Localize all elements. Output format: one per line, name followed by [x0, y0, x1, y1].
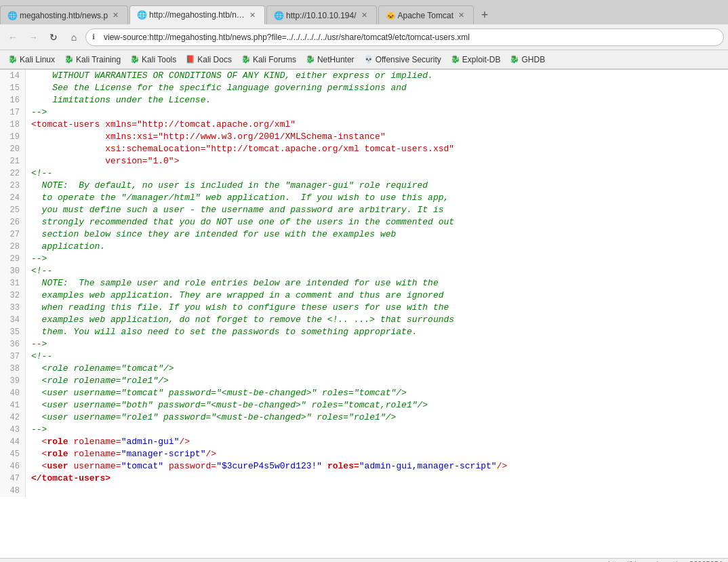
- url-input[interactable]: [85, 28, 724, 46]
- bookmark-offensive-security[interactable]: 💀 Offensive Security: [360, 54, 445, 66]
- tab-title-4: Apache Tomcat: [398, 11, 454, 20]
- line-content: <user username="role1" password="<must-b…: [26, 412, 396, 424]
- line-content: examples web application. They are wrapp…: [26, 289, 444, 302]
- home-button[interactable]: ⌂: [65, 28, 83, 46]
- line-content: <user username="tomcat" password="<must-…: [26, 387, 407, 399]
- line-number: 14: [0, 70, 26, 82]
- line-number: 48: [0, 485, 26, 497]
- tab-close-1[interactable]: ✕: [110, 10, 121, 20]
- source-line-31: 31 NOTE: The sample user and role entrie…: [0, 277, 728, 289]
- reload-button[interactable]: ↻: [45, 28, 62, 46]
- line-content: strongly recommended that you do NOT use…: [26, 216, 454, 228]
- back-button[interactable]: ←: [4, 28, 22, 46]
- source-line-42: 42 <user username="role1" password="<mus…: [0, 412, 728, 424]
- tab-bar: 🌐 megahosting.htb/news.p ✕ 🌐 http://mega…: [0, 0, 728, 24]
- line-number: 26: [0, 216, 26, 228]
- line-number: 29: [0, 253, 26, 265]
- source-line-33: 33 when reading this file. If you wish t…: [0, 302, 728, 314]
- bookmark-exploit-db[interactable]: 🐉 Exploit-DB: [447, 54, 505, 66]
- bookmark-kali-docs-label: Kali Docs: [197, 55, 232, 64]
- ghdb-icon: 🐉: [510, 55, 519, 64]
- forward-button[interactable]: →: [24, 28, 42, 46]
- url-bar-wrapper: ℹ: [85, 28, 724, 46]
- line-content: [26, 485, 31, 497]
- line-number: 32: [0, 289, 26, 302]
- line-content: See the License for the specific languag…: [26, 82, 407, 94]
- source-line-14: 14 WITHOUT WARRANTIES OR CONDITIONS OF A…: [0, 70, 728, 82]
- source-line-48: 48: [0, 485, 728, 497]
- tab-favicon-1: 🌐: [7, 11, 17, 20]
- source-line-43: 43-->: [0, 424, 728, 436]
- source-line-25: 25 you must define such a user - the use…: [0, 204, 728, 216]
- kali-training-icon: 🐉: [64, 55, 74, 64]
- source-line-47: 47</tomcat-users>: [0, 473, 728, 485]
- bookmark-nethunter[interactable]: 🐉 NetHunter: [302, 54, 359, 66]
- line-content: -->: [26, 106, 47, 119]
- source-line-26: 26 strongly recommended that you do NOT …: [0, 216, 728, 228]
- line-number: 21: [0, 155, 26, 167]
- bookmark-ghdb[interactable]: 🐉 GHDB: [506, 54, 549, 66]
- tab-3[interactable]: 🌐 http://10.10.10.194/ ✕: [266, 5, 376, 24]
- line-number: 18: [0, 119, 26, 131]
- kali-forums-icon: 🐉: [241, 55, 251, 64]
- kali-docs-icon: 📕: [186, 55, 195, 64]
- tab-2[interactable]: 🌐 http://megahosting.htb/new... ✕: [129, 5, 265, 24]
- line-content: WITHOUT WARRANTIES OR CONDITIONS OF ANY …: [26, 70, 433, 82]
- bookmark-kali-forums[interactable]: 🐉 Kali Forums: [237, 54, 300, 66]
- source-line-17: 17-->: [0, 106, 728, 119]
- source-line-28: 28 application.: [0, 241, 728, 253]
- line-content: <role rolename="admin-gui"/>: [26, 436, 190, 448]
- line-content: -->: [26, 338, 47, 350]
- bookmark-kali-linux[interactable]: 🐉 Kali Linux: [4, 54, 59, 66]
- bookmark-kali-tools[interactable]: 🐉 Kali Tools: [126, 54, 180, 66]
- tab-1[interactable]: 🌐 megahosting.htb/news.p ✕: [0, 5, 128, 24]
- line-number: 17: [0, 106, 26, 119]
- line-content: <role rolename="tomcat"/>: [26, 363, 174, 375]
- source-line-32: 32 examples web application. They are wr…: [0, 289, 728, 302]
- bookmark-kali-docs[interactable]: 📕 Kali Docs: [182, 54, 236, 66]
- line-number: 45: [0, 448, 26, 460]
- bookmark-exploit-db-label: Exploit-DB: [462, 55, 501, 64]
- line-number: 38: [0, 363, 26, 375]
- line-number: 22: [0, 167, 26, 180]
- source-line-21: 21 version="1.0">: [0, 155, 728, 167]
- line-number: 24: [0, 192, 26, 204]
- tab-title-2: http://megahosting.htb/new...: [149, 10, 245, 20]
- bookmark-kali-forums-label: Kali Forums: [253, 55, 296, 64]
- bookmark-kali-training[interactable]: 🐉 Kali Training: [60, 54, 125, 66]
- nethunter-icon: 🐉: [306, 55, 315, 64]
- line-content: version="1.0">: [26, 155, 179, 167]
- tab-favicon-2: 🌐: [137, 10, 146, 20]
- tab-4[interactable]: 🐱 Apache Tomcat ✕: [378, 5, 474, 24]
- tab-favicon-3: 🌐: [274, 11, 283, 20]
- bookmark-nethunter-label: NetHunter: [317, 55, 355, 64]
- bookmark-kali-training-label: Kali Training: [76, 55, 121, 64]
- source-line-20: 20 xsi:schemaLocation="http://tomcat.apa…: [0, 143, 728, 155]
- tab-close-4[interactable]: ✕: [456, 10, 466, 20]
- line-content: examples web application, do not forget …: [26, 314, 454, 326]
- tab-close-2[interactable]: ✕: [247, 10, 258, 20]
- line-number: 25: [0, 204, 26, 216]
- bookmark-kali-tools-label: Kali Tools: [142, 55, 176, 64]
- line-content: them. You will also need to set the pass…: [26, 326, 418, 338]
- line-number: 46: [0, 460, 26, 473]
- line-content: -->: [26, 424, 47, 436]
- source-line-24: 24 to operate the "/manager/html" web ap…: [0, 192, 728, 204]
- line-number: 35: [0, 326, 26, 338]
- line-content: xsi:schemaLocation="http://tomcat.apache…: [26, 143, 454, 155]
- line-content: NOTE: The sample user and role entries b…: [26, 277, 439, 289]
- line-number: 43: [0, 424, 26, 436]
- line-number: 16: [0, 94, 26, 106]
- line-number: 40: [0, 387, 26, 399]
- source-line-45: 45 <role rolename="manager-script"/>: [0, 448, 728, 460]
- line-content: to operate the "/manager/html" web appli…: [26, 192, 449, 204]
- source-line-35: 35 them. You will also need to set the p…: [0, 326, 728, 338]
- line-number: 47: [0, 473, 26, 485]
- source-line-39: 39 <role rolename="role1"/>: [0, 375, 728, 387]
- line-number: 34: [0, 314, 26, 326]
- tab-close-3[interactable]: ✕: [359, 10, 369, 20]
- source-line-38: 38 <role rolename="tomcat"/>: [0, 363, 728, 375]
- line-number: 31: [0, 277, 26, 289]
- line-content: you must define such a user - the userna…: [26, 204, 444, 216]
- new-tab-button[interactable]: +: [475, 5, 494, 24]
